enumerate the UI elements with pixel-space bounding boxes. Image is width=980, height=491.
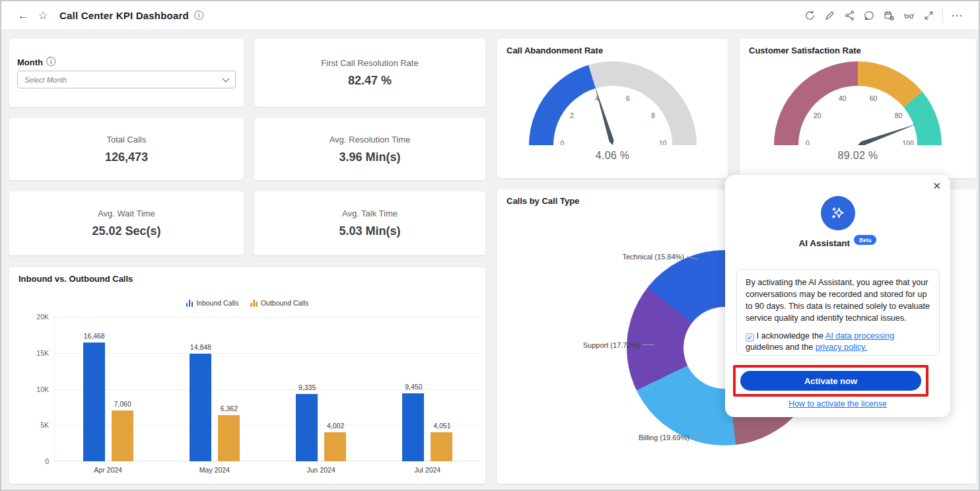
- gridline: [55, 317, 480, 317]
- how-to-activate-link[interactable]: How to activate the license: [788, 399, 887, 409]
- bar-outbound-calls[interactable]: [112, 410, 133, 461]
- gauge-tick-label: 80: [895, 112, 903, 119]
- gridline: [55, 353, 480, 354]
- help-link-row: How to activate the license: [725, 399, 950, 409]
- kpi-card-total-calls: Total Calls 126,473: [9, 118, 244, 180]
- acknowledge-text: guidelines and the: [746, 343, 816, 352]
- gauge-tick-label: 60: [870, 94, 878, 102]
- ai-assistant-popup: ✕ AI Assistant Beta By activating the AI…: [725, 175, 950, 417]
- kpi-card-avg-resolution-time: Avg. Resolution Time 3.96 Min(s): [254, 118, 485, 180]
- gauge-tick-label: 0: [561, 139, 565, 145]
- gauge-tick-label: 8: [651, 112, 655, 119]
- kpi-card-avg-wait-time: Avg. Wait Time 25.02 Sec(s): [9, 191, 244, 255]
- month-info-icon[interactable]: ⓘ: [46, 56, 55, 68]
- chevron-down-icon: [222, 75, 229, 82]
- bar-outbound-calls[interactable]: [324, 432, 346, 461]
- star-icon[interactable]: ☆: [33, 6, 53, 26]
- disclaimer-text: By activating the AI Assistant, you agre…: [746, 278, 930, 323]
- legend-label: Outbound Calls: [261, 299, 308, 307]
- more-icon[interactable]: ⋯: [947, 6, 967, 26]
- y-axis-tick-label: 0: [22, 457, 49, 465]
- legend-item-outbound[interactable]: Outbound Calls: [250, 299, 308, 307]
- kpi-value: 126,473: [105, 150, 148, 164]
- satisfaction-gauge-card: Customer Satisfaction Rate 020406080100 …: [740, 39, 976, 178]
- bar-value-label: 9,335: [286, 383, 328, 391]
- ai-data-processing-link[interactable]: AI data processing: [825, 331, 894, 341]
- kpi-card-avg-talk-time: Avg. Talk Time 5.03 Min(s): [254, 191, 485, 255]
- schedule-icon[interactable]: [879, 6, 899, 26]
- gauge-tick-label: 100: [902, 139, 914, 145]
- gauge-tick-label: 4: [595, 94, 599, 102]
- kpi-value: 3.96 Min(s): [339, 150, 400, 164]
- acknowledge-row: ✓ I acknowledge the AI data processing g…: [746, 331, 930, 354]
- y-axis-tick-label: 10K: [22, 385, 49, 393]
- back-button[interactable]: ←: [13, 6, 33, 26]
- kpi-card-first-call-resolution: First Call Resolution Rate 82.47 %: [254, 39, 485, 107]
- kpi-value: 82.47 %: [348, 74, 392, 88]
- bar-value-label: 7,060: [102, 400, 144, 408]
- y-axis-tick-label: 15K: [22, 349, 49, 357]
- close-icon[interactable]: ✕: [932, 180, 941, 192]
- chart-legend: Inbound Calls Outbound Calls: [9, 299, 485, 307]
- legend-item-inbound[interactable]: Inbound Calls: [186, 299, 239, 307]
- donut-callout-line: [643, 344, 654, 345]
- abandonment-gauge-card: Call Abandonment Rate 0246810 4.06 %: [497, 39, 728, 178]
- toolbar: ← ☆ Call Center KPI Dashboard ⓘ ⋯: [1, 1, 979, 30]
- gauge-tick-label: 0: [806, 139, 810, 145]
- bar-value-label: 4,002: [314, 422, 357, 430]
- gauge-tick-label: 20: [814, 112, 822, 119]
- chart-title: Inbound vs. Outbound Calls: [18, 274, 133, 284]
- bar-plot: 05K10K15K20K16,4687,060Apr 202414,8486,3…: [54, 317, 480, 461]
- donut-slice-label: Billing (19.69%): [639, 434, 689, 442]
- comment-icon[interactable]: [859, 6, 879, 26]
- kpi-value: 5.03 Min(s): [339, 224, 400, 238]
- disclaimer-box: By activating the AI Assistant, you agre…: [736, 269, 940, 356]
- acknowledge-checkbox[interactable]: ✓: [746, 333, 754, 342]
- bar-value-label: 4,051: [421, 422, 463, 430]
- month-filter-card: Month ⓘ Select Month: [9, 39, 244, 107]
- chart-title: Customer Satisfaction Rate: [749, 46, 861, 55]
- page-title: Call Center KPI Dashboard: [59, 10, 189, 21]
- ai-assistant-title: AI Assistant: [799, 238, 851, 248]
- fullscreen-icon[interactable]: [919, 6, 938, 26]
- y-axis-tick-label: 5K: [22, 421, 49, 429]
- kpi-label: Avg. Talk Time: [342, 209, 398, 218]
- privacy-policy-link[interactable]: privacy policy.: [816, 343, 867, 352]
- month-select[interactable]: Select Month: [17, 71, 236, 88]
- acknowledge-text: I acknowledge the: [757, 331, 825, 341]
- kpi-value: 25.02 Sec(s): [92, 224, 160, 238]
- month-select-placeholder: Select Month: [24, 76, 223, 84]
- abandonment-gauge: 0246810: [529, 61, 697, 145]
- title-info-icon[interactable]: ⓘ: [194, 10, 203, 22]
- bar-value-label: 6,362: [208, 405, 250, 412]
- activate-now-button[interactable]: Activate now: [740, 371, 921, 391]
- x-axis-tick-label: Apr 2024: [79, 466, 138, 474]
- satisfaction-gauge: 020406080100: [774, 61, 942, 145]
- gauge-tick-label: 10: [659, 139, 667, 145]
- ai-assistant-icon: [821, 196, 855, 230]
- bar-outbound-calls[interactable]: [218, 415, 240, 461]
- kpi-label: First Call Resolution Rate: [321, 58, 418, 68]
- y-axis-tick-label: 20K: [22, 313, 49, 321]
- x-axis-tick-label: May 2024: [185, 466, 244, 474]
- dashboard-screen: ← ☆ Call Center KPI Dashboard ⓘ ⋯: [0, 0, 980, 491]
- refresh-icon[interactable]: [800, 6, 820, 26]
- edit-icon[interactable]: [820, 6, 839, 26]
- preview-icon[interactable]: [899, 6, 919, 26]
- month-filter-label: Month: [17, 57, 43, 67]
- legend-label: Inbound Calls: [196, 299, 238, 307]
- x-axis-tick-label: Jun 2024: [291, 466, 351, 474]
- share-icon[interactable]: [839, 6, 859, 26]
- gauge-tick-label: 6: [626, 94, 630, 102]
- donut-slice-label: Technical (15.84%): [622, 253, 684, 261]
- kpi-label: Total Calls: [107, 135, 147, 145]
- kpi-label: Avg. Resolution Time: [330, 135, 411, 145]
- bar-value-label: 14,848: [180, 343, 222, 351]
- bar-chart-card: Inbound vs. Outbound Calls Inbound Calls…: [9, 267, 485, 484]
- chart-title: Call Abandonment Rate: [507, 46, 603, 55]
- beta-badge: Beta: [854, 235, 876, 245]
- bar-value-label: 9,450: [392, 383, 435, 391]
- kpi-label: Avg. Wait Time: [98, 209, 155, 218]
- bar-outbound-calls[interactable]: [431, 432, 452, 461]
- bar-chart-icon: [250, 300, 258, 307]
